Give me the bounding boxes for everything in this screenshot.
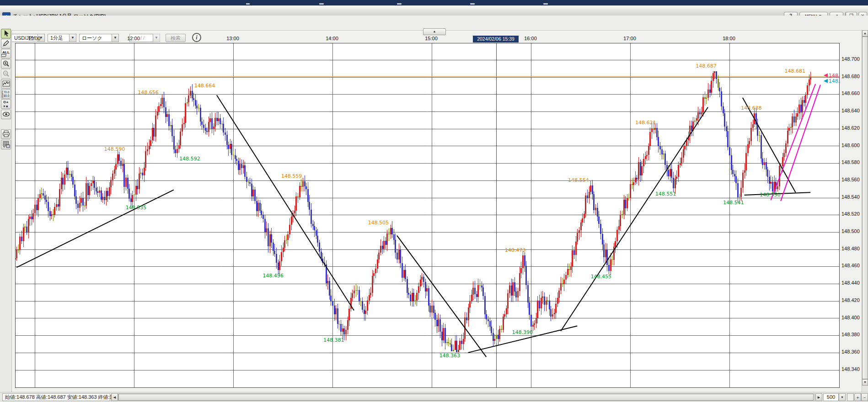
chrome-mark — [543, 3, 548, 5]
level-60-label: 60.0 — [4, 94, 10, 97]
eye-icon — [2, 111, 10, 118]
top-chrome-strip — [0, 0, 868, 5]
scroll-down-button[interactable]: ▼ — [862, 379, 868, 386]
erase-all-label: ALL — [2, 50, 10, 54]
date-select-arrow-icon[interactable]: ▼ — [153, 34, 160, 42]
time-axis-label: 15:00 — [418, 36, 445, 41]
pencil-icon — [3, 40, 10, 47]
select-cursor-button[interactable] — [1, 29, 11, 38]
bars-zoom-out-button[interactable]: － — [861, 393, 868, 401]
level-70-label: 70.0 — [4, 90, 10, 94]
printer-icon — [2, 130, 10, 138]
chrome-mark — [319, 3, 324, 5]
time-axis-label: 13:00 — [219, 36, 246, 41]
scroll-left-button[interactable]: ◀ — [111, 393, 118, 401]
horizontal-scroll-thumb[interactable] — [118, 394, 814, 401]
vertical-scrollbar[interactable]: ▲ ▼ — [862, 30, 868, 392]
vertical-scroll-thumb[interactable] — [862, 37, 868, 379]
candlestick-chart-canvas[interactable] — [16, 43, 839, 387]
time-axis-label: 16:00 — [517, 36, 544, 41]
selected-timestamp-badge: 2024/02/06 15:39 — [473, 36, 519, 42]
scroll-up-button[interactable]: ▲ — [862, 30, 868, 37]
chrome-mark — [470, 3, 475, 5]
time-axis-label: 12:00 — [120, 36, 147, 41]
time-axis-label: 11:00 — [21, 36, 48, 41]
time-axis-label: 17:00 — [616, 36, 643, 41]
zoom-in-icon — [2, 60, 10, 68]
drawing-tool-sidebar: ALL 70.0 60.0 ✪★♥☻ — [0, 30, 12, 392]
print-button[interactable] — [1, 129, 11, 139]
price-levels-button[interactable]: 70.0 60.0 — [1, 89, 11, 99]
chrome-mark — [397, 3, 402, 5]
time-axis-label: 14:00 — [318, 36, 346, 41]
visible-bars-count[interactable]: 500 — [823, 393, 839, 401]
scroll-right-button[interactable]: ▶ — [815, 393, 822, 401]
horizontal-scrollbar[interactable] — [118, 393, 815, 401]
chart-plot-area — [15, 43, 840, 388]
indicator-button[interactable] — [1, 79, 11, 89]
symbols-icon: ✪★♥☻ — [1, 100, 11, 108]
chrome-mark — [246, 3, 250, 5]
timeframe-select[interactable]: 1分足 — [48, 34, 70, 42]
chart-type-select[interactable]: ローソク(BID) — [79, 34, 112, 42]
window-titlebar: ∩ チャート: USD/JPY 1分足 ローソク(BID) ? MENU ▼ ➚… — [0, 5, 868, 16]
zoom-out-button[interactable] — [1, 69, 11, 79]
spacer-button — [847, 393, 854, 401]
search-button[interactable]: 検索 — [166, 34, 186, 42]
indicator-wave-icon — [2, 80, 10, 87]
bars-zoom-in-button[interactable]: ＋ — [854, 393, 861, 401]
info-button[interactable]: i — [192, 33, 201, 42]
eraser-icon — [1, 54, 6, 57]
zoom-in-button[interactable] — [1, 59, 11, 69]
cursor-icon — [3, 30, 9, 37]
grid-save-icon — [2, 141, 10, 148]
draw-pencil-button[interactable] — [1, 39, 11, 48]
visible-bars-arrow-icon[interactable]: ▼ — [839, 393, 846, 401]
status-scrollbar-row: 始値:148.678 高値:148.687 安値:148.363 終値:148.… — [0, 392, 868, 402]
symbols-button[interactable]: ✪★♥☻ — [1, 99, 11, 109]
chart-app-window: { "window": { "title": "チャート: USD/JPY 1分… — [0, 0, 868, 402]
session-ohlc-status: 始値:148.678 高値:148.687 安値:148.363 終値:148.… — [2, 393, 110, 401]
grid-save-button[interactable] — [1, 140, 11, 149]
erase-all-button[interactable]: ALL — [1, 49, 11, 58]
chart-type-select-arrow-icon[interactable]: ▼ — [112, 34, 119, 42]
time-axis-label: 18:00 — [715, 36, 743, 41]
timeframe-select-arrow-icon[interactable]: ▼ — [69, 34, 76, 42]
show-hide-button[interactable] — [1, 110, 11, 119]
zoom-out-icon — [2, 70, 10, 78]
collapse-panel-button[interactable]: ▲ — [423, 28, 446, 35]
